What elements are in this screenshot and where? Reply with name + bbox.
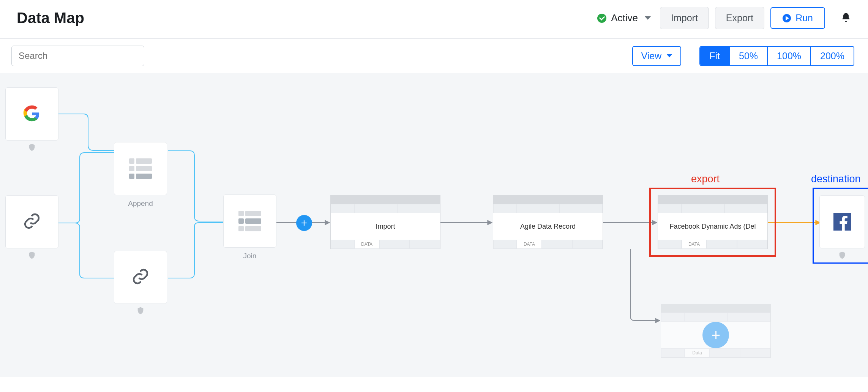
- datacard-import[interactable]: Import DATA: [330, 195, 440, 249]
- shield-icon: [28, 251, 36, 261]
- highlight-export: [649, 188, 776, 257]
- zoom-50[interactable]: 50%: [730, 47, 768, 65]
- datacard-add-new[interactable]: + Data: [661, 304, 771, 358]
- view-label: View: [641, 51, 662, 62]
- annotation-export: export: [691, 173, 720, 185]
- join-label: Join: [243, 252, 257, 260]
- annotation-destination: destination: [811, 173, 861, 185]
- datacard-title: Import: [331, 213, 440, 240]
- status-dropdown[interactable]: Active: [597, 12, 651, 24]
- import-button[interactable]: Import: [660, 7, 709, 29]
- highlight-destination: [813, 188, 868, 264]
- link-icon: [131, 267, 150, 287]
- zoom-100[interactable]: 100%: [768, 47, 811, 65]
- zoom-200[interactable]: 200%: [811, 47, 854, 65]
- data-map-canvas[interactable]: Append Join + Import DATA Agile Data Rec…: [0, 73, 868, 377]
- append-label: Append: [128, 199, 153, 208]
- status-label: Active: [611, 12, 638, 24]
- source-node-link-2[interactable]: [114, 251, 167, 304]
- view-dropdown[interactable]: View: [632, 46, 682, 66]
- google-icon: [23, 105, 41, 123]
- export-button[interactable]: Export: [715, 7, 764, 29]
- caret-down-icon: [667, 54, 672, 57]
- search-input[interactable]: [11, 46, 144, 66]
- datacard-title: Agile Data Record: [493, 213, 603, 240]
- play-icon: [783, 14, 791, 22]
- join-node[interactable]: Join: [223, 194, 276, 248]
- source-node-google[interactable]: [5, 87, 58, 141]
- append-node[interactable]: Append: [114, 142, 167, 195]
- divider: [833, 11, 833, 25]
- link-icon: [23, 212, 41, 232]
- page-title: Data Map: [17, 9, 84, 27]
- shield-icon: [28, 143, 36, 153]
- run-button[interactable]: Run: [770, 7, 825, 29]
- chevron-down-icon: [645, 16, 651, 20]
- run-label: Run: [795, 13, 813, 24]
- add-step-button[interactable]: +: [296, 215, 312, 231]
- zoom-controls: Fit 50% 100% 200%: [699, 46, 854, 66]
- datacard-agile[interactable]: Agile Data Record DATA: [493, 195, 603, 249]
- status-check-icon: [597, 14, 606, 23]
- source-node-link-1[interactable]: [5, 195, 58, 248]
- rows-icon: [238, 211, 261, 231]
- plus-icon: +: [702, 322, 729, 348]
- rows-icon: [129, 158, 152, 179]
- zoom-fit[interactable]: Fit: [700, 47, 730, 65]
- shield-icon: [136, 307, 145, 316]
- notifications-icon[interactable]: [841, 12, 851, 24]
